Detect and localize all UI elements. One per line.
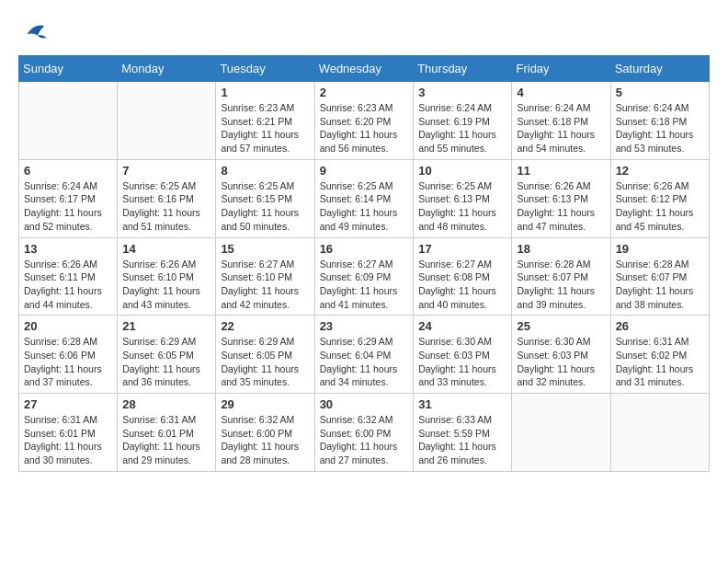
calendar-cell: 7Sunrise: 6:25 AM Sunset: 6:16 PM Daylig… bbox=[118, 159, 216, 237]
day-info: Sunrise: 6:33 AM Sunset: 5:59 PM Dayligh… bbox=[418, 413, 506, 467]
day-number: 13 bbox=[24, 242, 112, 256]
day-number: 12 bbox=[616, 164, 704, 178]
calendar-cell: 29Sunrise: 6:32 AM Sunset: 6:00 PM Dayli… bbox=[216, 394, 314, 472]
day-number: 1 bbox=[221, 86, 309, 99]
day-info: Sunrise: 6:32 AM Sunset: 6:00 PM Dayligh… bbox=[221, 413, 309, 467]
day-info: Sunrise: 6:26 AM Sunset: 6:11 PM Dayligh… bbox=[24, 258, 112, 312]
calendar-cell: 25Sunrise: 6:30 AM Sunset: 6:03 PM Dayli… bbox=[512, 316, 610, 394]
logo-bird-icon bbox=[20, 18, 48, 46]
day-info: Sunrise: 6:25 AM Sunset: 6:14 PM Dayligh… bbox=[320, 179, 409, 234]
day-info: Sunrise: 6:27 AM Sunset: 6:09 PM Dayligh… bbox=[320, 258, 409, 312]
day-number: 28 bbox=[122, 397, 210, 411]
calendar-cell: 10Sunrise: 6:25 AM Sunset: 6:13 PM Dayli… bbox=[414, 159, 512, 237]
calendar-cell: 22Sunrise: 6:29 AM Sunset: 6:05 PM Dayli… bbox=[216, 316, 314, 394]
day-number: 22 bbox=[221, 319, 309, 333]
day-info: Sunrise: 6:29 AM Sunset: 6:05 PM Dayligh… bbox=[122, 335, 210, 389]
day-number: 30 bbox=[320, 397, 409, 411]
day-number: 15 bbox=[221, 242, 309, 256]
calendar-cell: 1Sunrise: 6:23 AM Sunset: 6:21 PM Daylig… bbox=[216, 82, 314, 160]
day-info: Sunrise: 6:31 AM Sunset: 6:01 PM Dayligh… bbox=[122, 413, 210, 467]
day-number: 11 bbox=[517, 164, 605, 178]
calendar-cell: 31Sunrise: 6:33 AM Sunset: 5:59 PM Dayli… bbox=[414, 394, 512, 472]
day-number: 17 bbox=[418, 242, 506, 256]
calendar-cell bbox=[118, 82, 216, 160]
day-number: 14 bbox=[122, 242, 210, 256]
day-number: 29 bbox=[221, 397, 309, 411]
day-info: Sunrise: 6:29 AM Sunset: 6:05 PM Dayligh… bbox=[221, 335, 309, 389]
day-number: 2 bbox=[320, 86, 409, 99]
day-info: Sunrise: 6:27 AM Sunset: 6:08 PM Dayligh… bbox=[418, 258, 506, 312]
day-info: Sunrise: 6:25 AM Sunset: 6:16 PM Dayligh… bbox=[122, 179, 210, 234]
day-number: 6 bbox=[24, 164, 112, 178]
day-number: 9 bbox=[320, 164, 409, 178]
calendar-cell: 17Sunrise: 6:27 AM Sunset: 6:08 PM Dayli… bbox=[414, 237, 512, 316]
day-number: 8 bbox=[221, 164, 309, 178]
calendar-cell: 8Sunrise: 6:25 AM Sunset: 6:15 PM Daylig… bbox=[216, 159, 314, 237]
calendar-cell: 28Sunrise: 6:31 AM Sunset: 6:01 PM Dayli… bbox=[118, 394, 216, 472]
day-info: Sunrise: 6:24 AM Sunset: 6:19 PM Dayligh… bbox=[418, 101, 506, 155]
calendar-cell: 14Sunrise: 6:26 AM Sunset: 6:10 PM Dayli… bbox=[118, 237, 216, 316]
calendar-week-row: 20Sunrise: 6:28 AM Sunset: 6:06 PM Dayli… bbox=[19, 316, 710, 394]
day-info: Sunrise: 6:25 AM Sunset: 6:13 PM Dayligh… bbox=[418, 179, 506, 234]
day-info: Sunrise: 6:32 AM Sunset: 6:00 PM Dayligh… bbox=[320, 413, 409, 467]
calendar-cell bbox=[19, 82, 118, 160]
calendar-cell: 15Sunrise: 6:27 AM Sunset: 6:10 PM Dayli… bbox=[216, 237, 314, 316]
calendar-cell: 27Sunrise: 6:31 AM Sunset: 6:01 PM Dayli… bbox=[19, 394, 118, 472]
weekday-header-wednesday: Wednesday bbox=[314, 56, 414, 82]
day-info: Sunrise: 6:23 AM Sunset: 6:20 PM Dayligh… bbox=[320, 101, 409, 155]
weekday-header-row: SundayMondayTuesdayWednesdayThursdayFrid… bbox=[19, 56, 710, 82]
page-header bbox=[18, 18, 710, 46]
day-info: Sunrise: 6:31 AM Sunset: 6:01 PM Dayligh… bbox=[24, 413, 112, 467]
day-info: Sunrise: 6:24 AM Sunset: 6:17 PM Dayligh… bbox=[24, 179, 112, 234]
day-number: 23 bbox=[320, 319, 409, 333]
calendar-cell: 3Sunrise: 6:24 AM Sunset: 6:19 PM Daylig… bbox=[414, 82, 512, 160]
calendar-cell: 12Sunrise: 6:26 AM Sunset: 6:12 PM Dayli… bbox=[610, 159, 709, 237]
weekday-header-friday: Friday bbox=[512, 56, 610, 82]
day-info: Sunrise: 6:24 AM Sunset: 6:18 PM Dayligh… bbox=[616, 101, 704, 155]
weekday-header-saturday: Saturday bbox=[610, 56, 709, 82]
calendar-week-row: 6Sunrise: 6:24 AM Sunset: 6:17 PM Daylig… bbox=[19, 159, 710, 237]
calendar-cell: 19Sunrise: 6:28 AM Sunset: 6:07 PM Dayli… bbox=[610, 237, 709, 316]
day-number: 20 bbox=[24, 319, 112, 333]
day-number: 24 bbox=[418, 319, 506, 333]
calendar-cell: 9Sunrise: 6:25 AM Sunset: 6:14 PM Daylig… bbox=[314, 159, 414, 237]
day-info: Sunrise: 6:30 AM Sunset: 6:03 PM Dayligh… bbox=[418, 335, 506, 389]
calendar-cell: 24Sunrise: 6:30 AM Sunset: 6:03 PM Dayli… bbox=[414, 316, 512, 394]
day-number: 5 bbox=[616, 86, 704, 99]
calendar-cell: 4Sunrise: 6:24 AM Sunset: 6:18 PM Daylig… bbox=[512, 82, 610, 160]
calendar-week-row: 1Sunrise: 6:23 AM Sunset: 6:21 PM Daylig… bbox=[19, 82, 710, 160]
day-info: Sunrise: 6:26 AM Sunset: 6:13 PM Dayligh… bbox=[517, 179, 605, 234]
calendar-cell: 13Sunrise: 6:26 AM Sunset: 6:11 PM Dayli… bbox=[19, 237, 118, 316]
day-number: 26 bbox=[616, 319, 704, 333]
day-number: 4 bbox=[517, 86, 605, 99]
calendar-cell: 5Sunrise: 6:24 AM Sunset: 6:18 PM Daylig… bbox=[610, 82, 709, 160]
day-info: Sunrise: 6:28 AM Sunset: 6:07 PM Dayligh… bbox=[517, 258, 605, 312]
day-info: Sunrise: 6:26 AM Sunset: 6:12 PM Dayligh… bbox=[616, 179, 704, 234]
day-info: Sunrise: 6:31 AM Sunset: 6:02 PM Dayligh… bbox=[616, 335, 704, 389]
day-info: Sunrise: 6:28 AM Sunset: 6:06 PM Dayligh… bbox=[24, 335, 112, 389]
calendar-cell: 20Sunrise: 6:28 AM Sunset: 6:06 PM Dayli… bbox=[19, 316, 118, 394]
day-number: 10 bbox=[418, 164, 506, 178]
day-number: 16 bbox=[320, 242, 409, 256]
calendar-cell: 26Sunrise: 6:31 AM Sunset: 6:02 PM Dayli… bbox=[610, 316, 709, 394]
day-number: 31 bbox=[418, 397, 506, 411]
calendar-cell: 21Sunrise: 6:29 AM Sunset: 6:05 PM Dayli… bbox=[118, 316, 216, 394]
calendar-table: SundayMondayTuesdayWednesdayThursdayFrid… bbox=[18, 55, 710, 472]
day-info: Sunrise: 6:24 AM Sunset: 6:18 PM Dayligh… bbox=[517, 101, 605, 155]
day-number: 19 bbox=[616, 242, 704, 256]
day-info: Sunrise: 6:29 AM Sunset: 6:04 PM Dayligh… bbox=[320, 335, 409, 389]
logo bbox=[18, 18, 48, 46]
calendar-week-row: 27Sunrise: 6:31 AM Sunset: 6:01 PM Dayli… bbox=[19, 394, 710, 472]
calendar-cell bbox=[512, 394, 610, 472]
calendar-cell: 18Sunrise: 6:28 AM Sunset: 6:07 PM Dayli… bbox=[512, 237, 610, 316]
day-info: Sunrise: 6:25 AM Sunset: 6:15 PM Dayligh… bbox=[221, 179, 309, 234]
day-info: Sunrise: 6:26 AM Sunset: 6:10 PM Dayligh… bbox=[122, 258, 210, 312]
calendar-cell: 11Sunrise: 6:26 AM Sunset: 6:13 PM Dayli… bbox=[512, 159, 610, 237]
day-number: 27 bbox=[24, 397, 112, 411]
day-info: Sunrise: 6:28 AM Sunset: 6:07 PM Dayligh… bbox=[616, 258, 704, 312]
day-info: Sunrise: 6:30 AM Sunset: 6:03 PM Dayligh… bbox=[517, 335, 605, 389]
day-info: Sunrise: 6:27 AM Sunset: 6:10 PM Dayligh… bbox=[221, 258, 309, 312]
calendar-cell: 23Sunrise: 6:29 AM Sunset: 6:04 PM Dayli… bbox=[314, 316, 414, 394]
calendar-cell: 30Sunrise: 6:32 AM Sunset: 6:00 PM Dayli… bbox=[314, 394, 414, 472]
day-number: 21 bbox=[122, 319, 210, 333]
